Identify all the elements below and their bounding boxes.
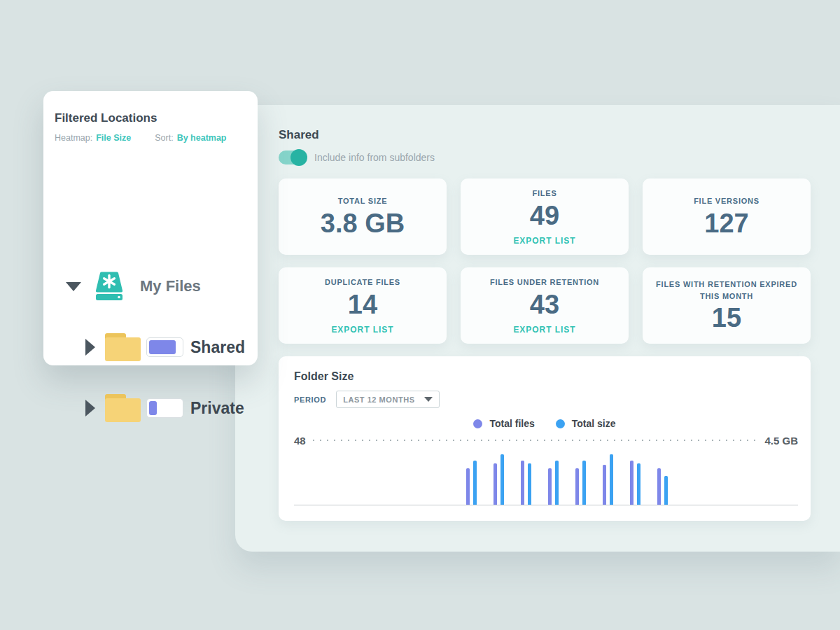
bar-pair [603,454,613,505]
folder-size-card: Folder Size PERIOD LAST 12 MONTHS Total … [279,356,811,521]
legend-label: Total files [489,418,534,429]
heatmap-value-link[interactable]: File Size [96,133,131,143]
legend-label: Total size [572,418,616,429]
stat-card-total-size: TOTAL SIZE 3.8 GB [279,178,447,255]
total-size-bar [473,461,477,505]
toggle-knob-icon [290,149,307,166]
tree-item-private[interactable]: Private [85,391,244,425]
chart-legend: Total files Total size [279,418,811,429]
filter-meta-row: Heatmap: File Size Sort: By heatmap [55,133,246,143]
stat-card-file-versions: FILE VERSIONS 127 [643,178,811,255]
bar-groups [466,454,668,505]
drive-icon [94,271,125,302]
heatmap-bar-fill [149,340,176,354]
total-files-bar [548,468,552,505]
stat-card-retention-expired: FILES WITH RETENTION EXPIRED THIS MONTH … [643,267,811,344]
heatmap-bar-fill [149,401,157,415]
total-files-bar [521,461,524,505]
filtered-locations-card: Filtered Locations Heatmap: File Size So… [43,91,258,365]
total-files-bar [466,468,470,505]
heatmap-label: Heatmap: [55,133,92,143]
include-subfolders-toggle[interactable] [279,150,305,164]
total-size-bar [664,476,668,505]
chevron-down-icon[interactable] [66,282,81,291]
legend-dot-icon [473,419,482,428]
chevron-right-icon[interactable] [85,400,95,416]
period-row: PERIOD LAST 12 MONTHS [294,391,798,408]
stat-label: DUPLICATE FILES [325,276,400,288]
tree-item-label: Private [190,399,244,418]
chevron-right-icon[interactable] [85,339,95,356]
subfolders-toggle-row: Include info from subfolders [279,150,811,165]
total-files-bar [630,461,634,505]
tree-item-label: My Files [140,277,201,295]
export-list-link[interactable]: EXPORT LIST [513,325,575,335]
reference-line-row: 48 4.5 GB [294,435,798,446]
stat-label: TOTAL SIZE [338,195,388,207]
stat-value: 43 [530,291,559,319]
total-files-bar [657,468,661,505]
stat-card-files-under-retention: FILES UNDER RETENTION 43 EXPORT LIST [461,267,629,344]
stat-label: FILE VERSIONS [694,195,760,207]
stat-value: 14 [348,291,377,319]
legend-item-total-size: Total size [556,418,616,429]
panel-title: Shared [279,128,811,142]
stat-value: 3.8 GB [321,210,405,238]
sort-setting: Sort: By heatmap [155,133,226,143]
export-list-link[interactable]: EXPORT LIST [331,325,393,335]
heatmap-bar [146,337,183,357]
ref-label-size-max: 4.5 GB [764,435,798,447]
sort-label: Sort: [155,133,173,143]
sort-value-link[interactable]: By heatmap [177,133,227,143]
stat-label: FILES [532,188,556,200]
heatmap-bar [146,398,183,418]
bar-pair [575,461,586,505]
filter-card-title: Filtered Locations [55,111,246,125]
ref-label-files-max: 48 [294,435,306,447]
bar-pair [521,461,531,505]
tree-item-shared[interactable]: Shared [85,330,245,364]
legend-item-total-files: Total files [473,418,534,429]
total-files-bar [493,463,497,505]
bar-pair [657,468,668,505]
stat-value: 15 [712,304,741,332]
folder-icon [105,333,141,361]
tree-item-my-files[interactable]: My Files [66,270,201,302]
stat-label: FILES UNDER RETENTION [490,276,599,288]
legend-dot-icon [556,419,565,428]
total-size-bar [528,463,531,505]
bar-pair [548,461,559,505]
toggle-label: Include info from subfolders [314,152,435,163]
page-background: Shared Include info from subfolders TOTA… [0,0,840,630]
bar-pair [466,461,477,505]
total-size-bar [555,461,559,505]
x-axis-line [294,505,798,505]
stat-card-files: FILES 49 EXPORT LIST [461,178,629,255]
period-dropdown[interactable]: LAST 12 MONTHS [336,391,440,408]
stat-value: 49 [530,202,559,230]
stat-value: 127 [704,210,748,238]
heatmap-setting: Heatmap: File Size [55,133,131,143]
stat-card-duplicate-files: DUPLICATE FILES 14 EXPORT LIST [279,267,447,344]
bar-pair [630,461,640,505]
total-files-bar [603,465,606,505]
chart-title: Folder Size [294,370,798,383]
stat-label: FILES WITH RETENTION EXPIRED THIS MONTH [654,279,799,302]
bar-pair [493,454,504,505]
total-size-bar [582,461,586,505]
export-list-link[interactable]: EXPORT LIST [513,236,575,246]
total-size-bar [610,454,613,505]
dotted-reference-line [313,440,758,441]
tree-item-label: Shared [190,338,245,357]
chevron-down-icon [424,397,433,402]
main-panel: Shared Include info from subfolders TOTA… [235,105,840,552]
total-files-bar [575,468,579,505]
period-dropdown-value: LAST 12 MONTHS [343,396,414,404]
period-label: PERIOD [294,396,326,404]
total-size-bar [500,454,504,505]
folder-icon [105,394,141,422]
total-size-bar [637,463,640,505]
stats-grid: TOTAL SIZE 3.8 GB FILES 49 EXPORT LIST F… [279,178,811,344]
